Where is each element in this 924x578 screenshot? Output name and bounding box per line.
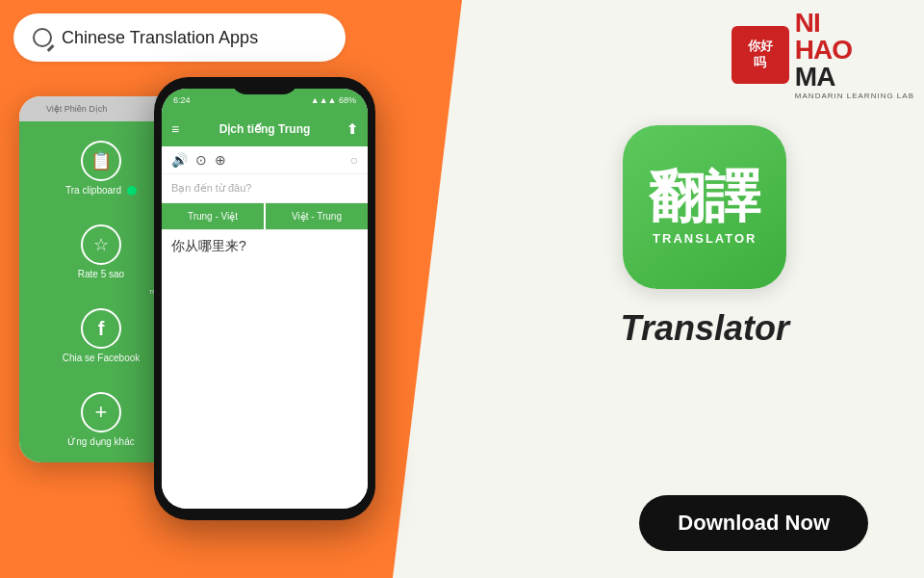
facebook-icon: f	[81, 308, 121, 349]
menu-item-facebook[interactable]: f Chia se Facebook	[63, 308, 141, 363]
logo-chinese-box: 你好吗	[732, 26, 789, 84]
clipboard-label: Tra clipboard	[65, 185, 121, 196]
logo-subtitle: MANDARIN LEARNING LAB	[795, 92, 914, 100]
status-time: 6:24	[173, 95, 191, 105]
translator-placeholder: Bạn đến từ đâu?	[162, 174, 368, 203]
clipboard-icon: 📋	[81, 141, 121, 181]
phone-back-header-text: Việt Phiên Dịch	[46, 104, 107, 114]
search-text: Chinese Translation Apps	[62, 28, 258, 48]
search-icon	[33, 28, 52, 47]
copy-icon[interactable]: ⊙	[195, 152, 207, 168]
search-bar[interactable]: Chinese Translation Apps	[13, 13, 346, 62]
app-title: Translator	[621, 308, 789, 349]
phone-header: ≡ Dịch tiếng Trung ⬆	[162, 112, 368, 146]
rate-label: Rate 5 sao	[78, 269, 124, 279]
phone-front: 6:24 ▲▲▲ 68% ≡ Dịch tiếng Trung ⬆ 🔊 ⊙ ⊕ …	[154, 77, 375, 520]
star-icon: ☆	[81, 224, 121, 265]
mic-icon[interactable]: 🔊	[171, 152, 188, 168]
phone-screen: 6:24 ▲▲▲ 68% ≡ Dịch tiếng Trung ⬆ 🔊 ⊙ ⊕ …	[162, 89, 368, 509]
status-icons: ▲▲▲ 68%	[311, 95, 356, 105]
menu-item-rate[interactable]: ☆ Rate 5 sao	[78, 224, 124, 279]
app-icon[interactable]: 翻譯 TRANSLATOR	[623, 125, 786, 289]
menu-item-clipboard[interactable]: 📋 Tra clipboard	[65, 141, 137, 196]
active-dot	[127, 186, 137, 196]
paste-icon[interactable]: ⊕	[215, 152, 226, 168]
translator-body: 🔊 ⊙ ⊕ ○ Bạn đến từ đâu? Trung - Việt Việ…	[162, 146, 368, 509]
app-icon-chars: 翻譯	[649, 170, 760, 225]
translator-controls: 🔊 ⊙ ⊕	[171, 152, 226, 168]
plus-icon: +	[81, 392, 121, 433]
menu-item-other-apps[interactable]: + Ứng dụng khác	[67, 392, 135, 447]
viet-trung-button[interactable]: Việt - Trung	[266, 203, 368, 229]
app-icon-label: TRANSLATOR	[653, 231, 757, 246]
logo-text: NIHAOMA MANDARIN LEARNING LAB	[795, 10, 914, 100]
translator-top-bar: 🔊 ⊙ ⊕ ○	[162, 146, 368, 174]
logo-chinese-chars: 你好吗	[748, 39, 773, 71]
translation-result: 你从哪里来?	[162, 230, 368, 509]
phone-header-title: Dịch tiếng Trung	[219, 122, 311, 136]
hamburger-icon[interactable]: ≡	[171, 121, 179, 137]
logo-brand: NIHAOMA	[795, 10, 914, 91]
app-icon-area: 翻譯 TRANSLATOR Translator	[621, 125, 789, 349]
clear-icon[interactable]: ○	[350, 152, 358, 168]
share-icon[interactable]: ⬆	[346, 121, 358, 137]
trung-viet-button[interactable]: Trung - Việt	[162, 203, 266, 229]
language-buttons: Trung - Việt Việt - Trung	[162, 203, 368, 230]
other-apps-label: Ứng dụng khác	[67, 436, 135, 447]
facebook-label: Chia se Facebook	[63, 353, 141, 363]
logo-area: 你好吗 NIHAOMA MANDARIN LEARNING LAB	[732, 10, 914, 100]
download-button[interactable]: Download Now	[639, 495, 868, 551]
